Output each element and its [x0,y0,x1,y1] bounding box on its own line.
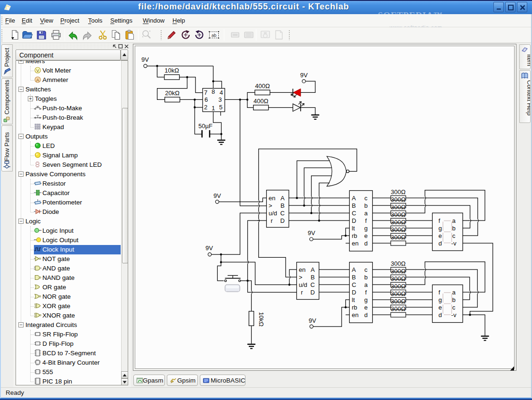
svg-text:e: e [439,232,442,239]
svg-text:1: 1 [212,105,215,112]
svg-text:lt: lt [352,296,355,303]
svg-text:V: V [36,68,39,73]
svg-text:D: D [352,289,356,296]
svg-text:e: e [364,304,368,311]
svg-text:d: d [364,240,368,247]
svg-text:400Ω: 400Ω [255,82,270,90]
svg-text:Project: Project [3,48,10,67]
svg-text:300Ω: 300Ω [391,226,406,233]
svg-text:en: en [352,311,359,318]
svg-text:g: g [364,296,368,303]
svg-text:A: A [280,195,285,202]
svg-text:f: f [439,289,441,296]
svg-text:50µF: 50µF [198,122,213,130]
svg-text:300Ω: 300Ω [391,188,406,196]
svg-text:Components: Components [3,80,10,114]
svg-text:A: A [36,78,39,82]
svg-text:Item: Item [526,54,530,66]
svg-text:g: g [439,296,442,303]
svg-text:g: g [364,225,368,232]
svg-text:6: 6 [205,96,208,103]
svg-text:a: a [364,210,368,217]
svg-text:2: 2 [204,104,207,111]
svg-text:>: > [299,274,303,281]
svg-text:b: b [452,225,455,232]
svg-text:300Ω: 300Ω [391,260,406,267]
svg-text:Flow Parts: Flow Parts [3,132,10,161]
svg-text:9V: 9V [205,245,213,252]
svg-text:rb: rb [352,304,358,311]
svg-text:u/d: u/d [299,281,307,288]
svg-text:9V: 9V [308,229,315,237]
svg-text:a: a [452,289,456,296]
svg-text:3: 3 [218,96,221,103]
svg-text:A: A [352,195,356,202]
svg-text:b: b [452,296,455,303]
svg-text:9V: 9V [213,192,221,199]
svg-text:r: r [301,289,303,296]
svg-text:10kΩ: 10kΩ [164,67,179,74]
svg-text:c: c [364,195,368,202]
svg-text:c: c [452,304,456,311]
svg-text:D: D [280,217,285,224]
svg-text:f: f [365,289,367,296]
svg-text:e: e [364,232,368,239]
svg-text:9V: 9V [309,317,316,324]
svg-text:300Ω: 300Ω [391,290,406,297]
svg-text:en: en [269,195,275,202]
svg-text:300Ω: 300Ω [391,298,406,305]
svg-text:7: 7 [204,89,207,96]
svg-text:C: C [311,281,315,288]
svg-text:9V: 9V [300,72,308,79]
svg-text:B: B [280,202,285,209]
svg-text:e: e [439,304,442,311]
svg-text:d: d [439,311,442,318]
svg-text:300Ω: 300Ω [391,204,406,211]
svg-text:A: A [352,266,356,273]
svg-text:300Ω: 300Ω [391,211,406,218]
svg-text:4: 4 [220,89,223,96]
svg-text:c: c [452,232,456,239]
svg-text:ab: ab [212,33,217,38]
svg-text:rb: rb [352,232,358,239]
svg-text:en: en [352,240,359,247]
svg-text:en: en [299,266,305,273]
svg-text:5: 5 [219,104,222,111]
svg-text:r: r [271,217,273,224]
svg-text:a: a [452,217,456,224]
svg-text:Context Help: Context Help [526,80,530,115]
svg-text:8: 8 [212,88,215,95]
svg-text:D: D [311,289,315,296]
svg-text:u/d: u/d [269,210,277,217]
svg-text:300Ω: 300Ω [391,196,406,203]
svg-text:A: A [311,266,315,273]
svg-text:300Ω: 300Ω [391,234,406,241]
svg-text:d: d [364,311,368,318]
svg-text:400Ω: 400Ω [254,98,269,105]
svg-text:f: f [439,217,441,224]
svg-text:300Ω: 300Ω [391,283,406,290]
svg-text:a: a [364,281,368,288]
svg-text:20kΩ: 20kΩ [165,90,180,97]
svg-text:B: B [352,202,356,209]
svg-text:B: B [311,274,315,281]
svg-text:lt: lt [352,225,355,232]
svg-text:C: C [352,210,356,217]
svg-text:300Ω: 300Ω [391,268,406,275]
svg-text:300Ω: 300Ω [391,219,406,226]
svg-text:C: C [352,281,356,288]
svg-text:D: D [352,217,356,224]
svg-text:c: c [364,266,368,273]
svg-text:f: f [365,217,367,224]
svg-text:B: B [352,274,356,281]
svg-text:10kΩ: 10kΩ [258,312,265,327]
svg-text:300Ω: 300Ω [391,305,406,312]
svg-text:b: b [364,274,368,281]
svg-text:d: d [439,240,442,247]
svg-text:g: g [439,225,442,232]
svg-text:300Ω: 300Ω [391,275,406,282]
svg-text:b: b [364,202,368,209]
svg-text:>: > [269,202,272,209]
svg-text:9V: 9V [141,56,149,63]
svg-text:C: C [280,210,285,217]
